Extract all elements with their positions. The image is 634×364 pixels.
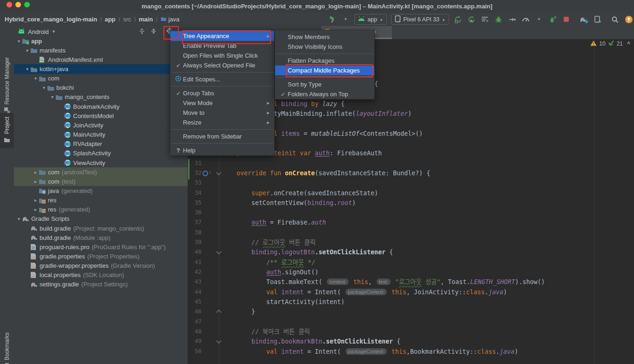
tree-item-mainactivity[interactable]: MainActivity [14,130,188,139]
code-line-35[interactable]: 35 setContentView(binding.root) [188,198,634,208]
tree-item-manifests[interactable]: ▾manifests [14,46,188,55]
menu-item-compact-middle-packages[interactable]: Compact Middle Packages [275,66,374,75]
profiler-icon[interactable] [521,15,530,24]
inspections-widget[interactable]: 10 21 ^ [590,40,630,47]
code-line-42[interactable]: 42 auth.signOut() [188,267,634,277]
tree-item-res[interactable]: ▸res(generated) [14,205,188,214]
override-method-icon[interactable] [202,171,208,176]
breadcrumb-item[interactable]: app [105,16,115,23]
chevron-right-icon[interactable]: ▸ [33,198,39,203]
code-line-39[interactable]: 39 // 로그아웃 버튼 클릭 [188,238,634,247]
code-line-38[interactable]: 38 [188,228,634,238]
tree-item-local-properties[interactable]: local.properties(SDK Location) [14,271,188,280]
menu-item-flatten-packages[interactable]: Flatten Packages [275,56,374,66]
tree-item-app[interactable]: ▾app [14,36,188,46]
tool-stripe-project[interactable]: Project [0,113,14,148]
breadcrumb-item[interactable]: java [161,16,180,23]
chevron-right-icon[interactable]: ▸ [33,170,39,175]
tree-item-bookmarkactivity[interactable]: BookmarkActivity [14,102,188,111]
code-line-50[interactable]: 50 val intent = Intent( packageContext: … [188,347,634,357]
menu-item-resize[interactable]: Resize▸ [170,118,274,127]
breadcrumb-item[interactable]: src [123,16,131,23]
attach-debugger-icon[interactable] [507,15,517,24]
collapse-all-icon[interactable] [150,28,157,36]
tree-item-com[interactable]: ▸com(test) [14,177,188,186]
chevron-down-icon[interactable]: ▾ [16,216,22,221]
menu-item-enable-preview-tab[interactable]: Enable Preview Tab [170,41,274,51]
menu-item-open-files-with-single-click[interactable]: Open Files with Single Click [170,51,274,60]
tree-item-mango-contents[interactable]: ▾mango_contents [14,93,188,102]
code-line-34[interactable]: 34 super.onCreate(savedInstanceState) [188,188,634,198]
chevron-down-icon[interactable]: ▾ [41,85,47,90]
code-line-49[interactable]: 49 binding.bookmarkBtn.setOnClickListene… [188,337,634,346]
code-line-31[interactable]: 31 [188,159,634,168]
device-manager-icon[interactable] [593,15,602,24]
menu-item-folders-always-on-top[interactable]: ✓Folders Always on Top [275,89,374,99]
breadcrumb-item[interactable]: main [139,16,153,23]
menu-item-tree-appearance[interactable]: Tree Appearance▸ [170,31,274,41]
rerun-activity-icon[interactable] [453,15,463,24]
chevron-down-icon[interactable]: ▾ [16,39,22,44]
tree-item-viewactivity[interactable]: ViewActivity [14,158,188,167]
tree-item-androidmanifest-xml[interactable]: MFAndroidManifest.xml [14,55,188,64]
tool-stripe-bookmarks[interactable]: Bookmarks [0,332,14,364]
menu-item-sort-by-type[interactable]: Sort by Type [275,79,374,89]
dropdown-caret-icon[interactable]: ▼ [534,15,544,24]
tree-item-gradle-scripts[interactable]: ▾Gradle Scripts [14,214,188,224]
tree-item-gradle-properties[interactable]: gradle.properties(Project Properties) [14,251,188,261]
chevron-up-icon[interactable]: ^ [627,40,630,47]
search-everywhere-icon[interactable] [610,15,620,24]
menu-item-remove-from-sidebar[interactable]: Remove from Sidebar [170,132,274,141]
chevron-right-icon[interactable]: ▸ [33,179,39,184]
code-line-40[interactable]: 40 binding.logoutBtn.setOnClickListener … [188,247,634,257]
chevron-down-icon[interactable]: ▾ [24,66,30,72]
tree-item-rvadapter[interactable]: RVAdapter [14,139,188,149]
tree-item-kotlin-java[interactable]: ▾kotlin+java [14,64,188,73]
code-line-47[interactable]: 47 [188,317,634,327]
tree-item-com[interactable]: ▾com [14,74,188,83]
code-line-37[interactable]: 37 auth = Firebase.auth [188,218,634,227]
tree-item-bokchi[interactable]: ▾bokchi [14,83,188,93]
tree-item-build-gradle[interactable]: build.gradle(Project: mango_contents) [14,224,188,233]
tree-item-gradle-wrapper-properties[interactable]: gradle-wrapper.properties(Gradle Version… [14,261,188,271]
tool-stripe-resource-manager[interactable]: Resource Manager [0,57,14,115]
profile-bug-icon[interactable] [548,15,557,24]
menu-item-show-visibility-icons[interactable]: Show Visibility Icons [275,42,374,52]
chevron-down-icon[interactable]: ▾ [33,76,39,81]
tree-item-com[interactable]: ▸com(androidTest) [14,167,188,177]
code-line-33[interactable]: 33 [188,178,634,188]
chevron-down-icon[interactable]: ▾ [49,94,55,99]
menu-item-always-select-opened-file[interactable]: ✓Always Select Opened File [170,60,274,70]
dropdown-caret-icon[interactable]: ▼ [341,15,350,24]
code-line-41[interactable]: 41 /** 로그아웃 */ [188,258,634,267]
code-line-36[interactable]: 36 [188,208,634,218]
build-hammer-icon[interactable] [327,15,337,24]
gradle-sync-icon[interactable] [579,15,588,24]
menu-item-view-mode[interactable]: View Mode▸ [170,98,274,108]
menu-item-help[interactable]: ?Help [170,146,274,155]
debug-icon[interactable] [494,15,503,24]
tree-item-settings-gradle[interactable]: settings.gradle(Project Settings) [14,280,188,289]
run-config-chip[interactable]: app▼ [354,14,387,25]
fold-end-icon[interactable] [216,310,221,315]
tree-item-joinactivity[interactable]: JoinActivity [14,120,188,130]
menu-item-move-to[interactable]: Move to▸ [170,108,274,118]
build-analyzer-icon[interactable] [480,15,490,24]
device-chip[interactable]: Pixel 6 API 33▼ [391,14,449,25]
chevron-down-icon[interactable]: ▾ [24,48,30,53]
chevron-right-icon[interactable]: ▸ [33,207,39,212]
tree-item-build-gradle[interactable]: build.gradle(Module :app) [14,233,188,242]
tree-item-proguard-rules-pro[interactable]: proguard-rules.pro(ProGuard Rules for ":… [14,242,188,251]
tree-item-contentsmodel[interactable]: ContentsModel [14,111,188,120]
apply-code-changes-icon[interactable]: A [467,15,476,24]
fold-region-icon[interactable] [216,170,221,175]
project-view-selector[interactable]: Android [28,28,49,35]
code-line-32[interactable]: 32↑ override fun onCreate(savedInstanceS… [188,168,634,178]
code-line-44[interactable]: 44 val intent = Intent( packageContext: … [188,287,634,297]
update-badge-icon[interactable] [624,15,633,24]
breadcrumb-item[interactable]: Hybrid_core_mango_login-main [5,16,97,23]
code-line-46[interactable]: 46 } [188,307,634,317]
menu-item-group-tabs[interactable]: ✓Group Tabs [170,88,274,98]
code-line-43[interactable]: 43 Toast.makeText( context: this, text: … [188,277,634,287]
tree-item-res[interactable]: ▸res [14,196,188,205]
